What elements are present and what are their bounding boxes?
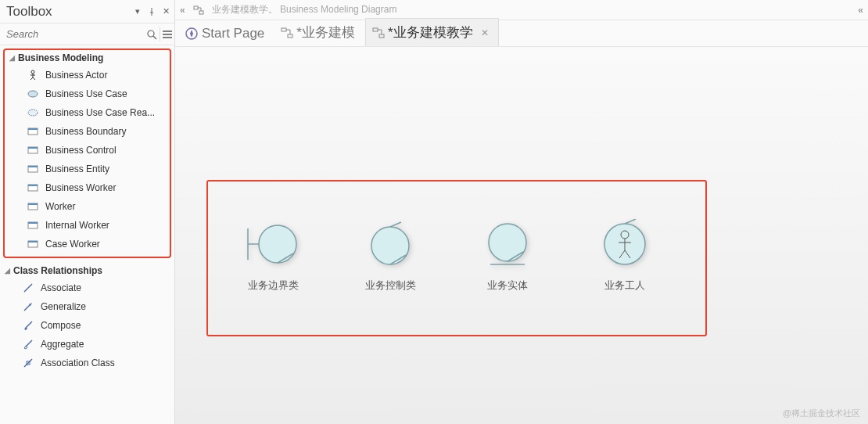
diagram-element-label: 业务边界类 (248, 278, 299, 293)
collapse-right-icon[interactable]: « (858, 5, 863, 16)
toolbox-item[interactable]: Worker (5, 197, 170, 216)
toolbox-item[interactable]: Association Class (0, 354, 174, 372)
toolbox-item[interactable]: Business Boundary (5, 122, 170, 141)
diagram-element[interactable]: 业务控制类 (359, 219, 421, 293)
collapse-left-icon[interactable]: « (180, 5, 185, 16)
search-icon[interactable] (145, 24, 160, 45)
diagram-canvas[interactable]: 业务边界类业务控制类业务实体业务工人 @稀土掘金技术社区 (175, 47, 868, 424)
svg-rect-40 (288, 34, 292, 38)
svg-rect-23 (28, 222, 38, 224)
toolbox-item-label: Internal Worker (45, 220, 109, 231)
oval-icon (27, 88, 39, 100)
line-box-icon (22, 357, 34, 369)
svg-line-9 (33, 77, 35, 80)
tab-label: *业务建模教学 (388, 23, 473, 41)
tab-bar: Start Page*业务建模*业务建模教学✕ (175, 20, 868, 47)
toolbox-item[interactable]: Case Worker (5, 235, 170, 253)
tab-label: *业务建模 (296, 23, 355, 41)
svg-rect-13 (28, 128, 38, 130)
dropdown-icon[interactable]: ▾ (132, 6, 143, 17)
diagram-element[interactable]: 业务边界类 (242, 219, 304, 293)
breadcrumb-text: 业务建模教学。 Business Modeling Diagram (212, 3, 397, 16)
toolbox-item[interactable]: Compose (0, 316, 174, 335)
toolbox-item[interactable]: Business Entity (5, 160, 170, 178)
svg-line-29 (26, 322, 32, 328)
toolbox-item[interactable]: Aggregate (0, 335, 174, 354)
toolbox-item[interactable]: Business Worker (5, 178, 170, 197)
group-header[interactable]: ◢Class Relationships (0, 263, 174, 278)
worker-icon (594, 219, 656, 269)
rect-icon (27, 238, 39, 250)
line-icon (22, 282, 34, 294)
svg-rect-21 (28, 203, 38, 205)
toolbox-item[interactable]: Business Use Case (5, 84, 170, 103)
svg-marker-38 (190, 30, 193, 38)
hamburger-icon[interactable] (160, 24, 174, 45)
close-icon[interactable]: ✕ (160, 6, 171, 17)
control-icon (359, 219, 421, 269)
svg-point-47 (371, 227, 409, 264)
toolbox-panel: Toolbox ▾ ✕ ◢Business ModelingBusiness A… (0, 0, 175, 424)
search-input[interactable] (0, 25, 145, 43)
svg-line-26 (24, 284, 32, 292)
breadcrumb-bar: « 业务建模教学。 Business Modeling Diagram « (175, 0, 868, 20)
toolbox-title: Toolbox (6, 4, 129, 20)
svg-point-50 (489, 224, 526, 261)
svg-point-11 (28, 110, 38, 116)
chevron-icon: ◢ (9, 54, 15, 62)
toolbox-item-label: Business Use Case (45, 88, 127, 99)
svg-line-54 (625, 219, 636, 224)
tab[interactable]: *业务建模教学✕ (365, 18, 499, 46)
entity-icon (476, 219, 539, 269)
toolbox-item-label: Business Control (45, 145, 117, 156)
svg-point-5 (31, 70, 34, 74)
rect-icon (27, 219, 39, 232)
toolbox-item[interactable]: Internal Worker (5, 216, 170, 235)
rect-icon (27, 144, 39, 156)
svg-rect-42 (379, 34, 384, 38)
tab[interactable]: *业务建模 (274, 19, 365, 46)
diagram-element[interactable]: 业务工人 (594, 219, 656, 293)
toolbox-item-label: Compose (41, 320, 81, 331)
svg-point-0 (148, 31, 154, 37)
rect-icon (27, 125, 39, 138)
chevron-icon: ◢ (5, 267, 10, 275)
toolbox-item[interactable]: Associate (0, 278, 174, 297)
tab-close-icon[interactable]: ✕ (481, 27, 489, 38)
svg-point-10 (28, 91, 38, 97)
svg-line-27 (24, 304, 30, 311)
toolbox-item[interactable]: Business Control (5, 141, 170, 160)
svg-rect-19 (28, 185, 38, 186)
toolbox-tree: ◢Business ModelingBusiness ActorBusiness… (0, 45, 174, 424)
toolbox-item-label: Business Entity (45, 163, 109, 174)
diagram-icon (281, 27, 293, 39)
svg-rect-41 (373, 28, 378, 31)
svg-point-45 (259, 225, 296, 263)
group-label: Business Modeling (18, 52, 103, 63)
svg-rect-15 (28, 147, 38, 149)
diagram-nav-icon[interactable] (193, 5, 204, 16)
arrow-dia-icon (22, 319, 34, 332)
svg-rect-39 (282, 28, 286, 31)
tab[interactable]: Start Page (178, 21, 274, 46)
svg-line-33 (24, 359, 32, 367)
toolbox-item[interactable]: Generalize (0, 297, 174, 316)
pin-icon[interactable] (146, 6, 157, 17)
toolbox-item-label: Associate (41, 282, 81, 293)
watermark: @稀土掘金技术社区 (783, 408, 860, 419)
toolbox-item-label: Business Actor (45, 70, 107, 81)
toolbox-item-label: Association Class (41, 358, 115, 368)
toolbox-item[interactable]: Business Use Case Rea... (5, 103, 170, 122)
diagram-element-label: 业务控制类 (365, 278, 416, 293)
toolbox-item[interactable]: Business Actor (5, 66, 170, 84)
toolbox-item-label: Generalize (41, 301, 86, 312)
diagram-element-label: 业务工人 (604, 278, 645, 293)
toolbox-item-label: Business Worker (45, 182, 116, 193)
arrow-tri-icon (22, 300, 34, 313)
diagram-element[interactable]: 业务实体 (476, 219, 539, 293)
group-header[interactable]: ◢Business Modeling (5, 50, 170, 66)
arrow-dia-open-icon (22, 338, 34, 350)
svg-rect-25 (28, 241, 38, 243)
rect-icon (27, 181, 39, 194)
svg-rect-36 (199, 11, 203, 14)
